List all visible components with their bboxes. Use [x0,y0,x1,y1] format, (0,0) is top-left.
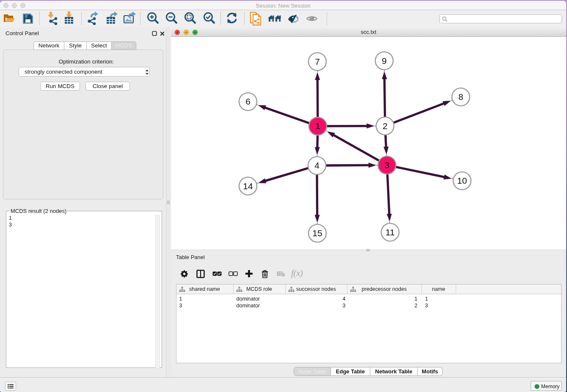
svg-text:4: 4 [314,160,319,170]
svg-text:7: 7 [315,57,320,66]
svg-text:14: 14 [243,181,253,191]
svg-text:6: 6 [245,97,250,106]
svg-text:8: 8 [458,92,463,102]
svg-text:10: 10 [457,176,467,185]
svg-text:1: 1 [315,121,320,131]
svg-text:15: 15 [312,228,322,238]
svg-text:9: 9 [382,56,387,66]
svg-text:11: 11 [385,227,395,237]
svg-text:2: 2 [383,121,388,131]
svg-text:3: 3 [385,160,390,170]
